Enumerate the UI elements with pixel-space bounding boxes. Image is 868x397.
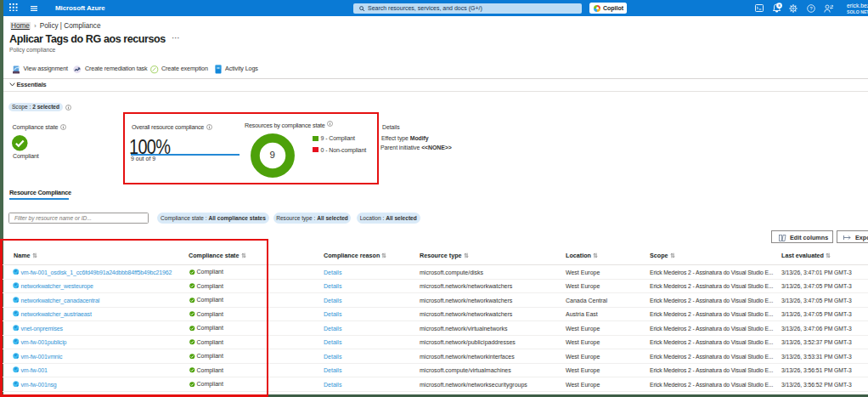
svg-text:?: ? <box>809 5 812 10</box>
